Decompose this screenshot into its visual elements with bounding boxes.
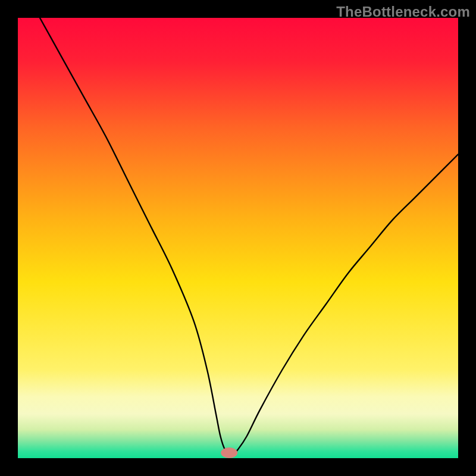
chart-frame: TheBottleneck.com xyxy=(0,0,476,476)
optimal-point-marker xyxy=(221,447,237,458)
plot-area xyxy=(18,18,458,458)
bottleneck-curve xyxy=(18,18,458,458)
watermark-text: TheBottleneck.com xyxy=(336,4,470,20)
